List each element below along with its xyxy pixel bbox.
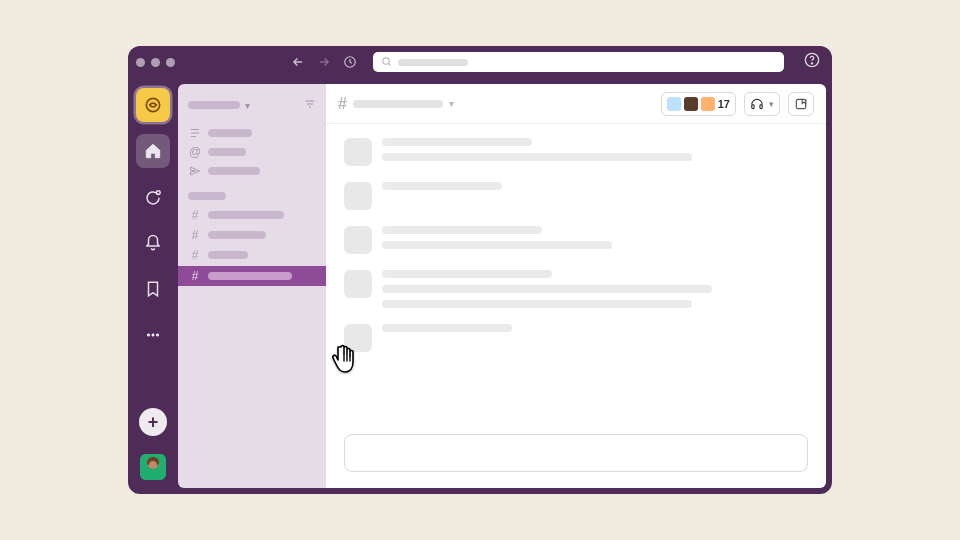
message-avatar xyxy=(344,270,372,298)
home-icon[interactable] xyxy=(136,134,170,168)
canvas-button[interactable] xyxy=(788,92,814,116)
hash-icon xyxy=(188,228,202,242)
help-icon[interactable] xyxy=(804,52,820,72)
hash-icon xyxy=(188,269,202,283)
mentions-icon: @ xyxy=(188,145,202,159)
forward-icon[interactable] xyxy=(317,55,331,69)
sidebar-item-label xyxy=(208,272,292,280)
sidebar-nav-item[interactable] xyxy=(178,124,326,142)
sidebar-channel-item[interactable] xyxy=(178,245,326,265)
channel-sidebar: ▾ @ xyxy=(178,84,326,488)
channel-name-button[interactable]: # ▾ xyxy=(338,95,454,113)
channels-section-label[interactable] xyxy=(188,192,226,200)
message-item xyxy=(344,324,808,352)
workspace-name[interactable] xyxy=(188,101,240,109)
message-item xyxy=(344,138,808,166)
window-controls[interactable] xyxy=(136,58,175,67)
workspace-rail: + xyxy=(128,78,178,494)
member-count: 17 xyxy=(718,98,730,110)
channel-name xyxy=(353,100,443,108)
svg-point-6 xyxy=(147,334,149,336)
message-avatar xyxy=(344,226,372,254)
message-text xyxy=(382,270,552,278)
threads-icon xyxy=(188,127,202,139)
message-text xyxy=(382,241,612,249)
sidebar-nav-item[interactable] xyxy=(178,162,326,180)
search-placeholder xyxy=(398,59,468,66)
message-avatar xyxy=(344,182,372,210)
message-text xyxy=(382,138,532,146)
message-text xyxy=(382,285,712,293)
drafts-icon xyxy=(188,165,202,177)
more-icon[interactable] xyxy=(136,318,170,352)
message-avatar xyxy=(344,138,372,166)
hash-icon xyxy=(188,248,202,262)
sidebar-channel-item[interactable] xyxy=(178,266,326,286)
chevron-down-icon: ▾ xyxy=(245,100,250,111)
sidebar-item-label xyxy=(208,231,266,239)
message-text xyxy=(382,300,692,308)
huddle-button[interactable]: ▾ xyxy=(744,92,780,116)
main-content: # ▾ 17 ▾ xyxy=(326,84,826,488)
search-icon xyxy=(381,53,392,71)
message-text xyxy=(382,153,692,161)
close-icon[interactable] xyxy=(136,58,145,67)
message-item xyxy=(344,226,808,254)
svg-point-3 xyxy=(811,63,812,64)
dm-icon[interactable] xyxy=(136,180,170,214)
sidebar-item-label xyxy=(208,167,260,175)
message-item xyxy=(344,182,808,210)
channel-members-button[interactable]: 17 xyxy=(661,92,736,116)
minimize-icon[interactable] xyxy=(151,58,160,67)
message-text xyxy=(382,324,512,332)
svg-point-7 xyxy=(152,334,154,336)
notifications-icon[interactable] xyxy=(136,226,170,260)
sidebar-nav-item[interactable]: @ xyxy=(178,142,326,162)
svg-point-5 xyxy=(156,191,160,195)
search-input[interactable] xyxy=(373,52,784,72)
history-icon[interactable] xyxy=(343,55,357,69)
message-text xyxy=(382,226,542,234)
sidebar-item-label xyxy=(208,211,284,219)
workspace-switcher[interactable] xyxy=(136,88,170,122)
sidebar-item-label xyxy=(208,148,246,156)
sidebar-item-label xyxy=(208,129,252,137)
filter-icon[interactable] xyxy=(304,96,316,114)
message-item xyxy=(344,270,808,308)
message-text xyxy=(382,182,502,190)
svg-point-1 xyxy=(383,58,389,64)
member-avatar xyxy=(667,97,681,111)
sidebar-item-label xyxy=(208,251,248,259)
chevron-down-icon: ▾ xyxy=(769,99,774,109)
message-list xyxy=(326,124,826,428)
chevron-down-icon: ▾ xyxy=(449,98,454,109)
svg-rect-13 xyxy=(796,99,805,108)
member-avatar xyxy=(701,97,715,111)
sidebar-channel-item[interactable] xyxy=(178,225,326,245)
svg-rect-11 xyxy=(752,104,754,108)
maximize-icon[interactable] xyxy=(166,58,175,67)
message-composer[interactable] xyxy=(344,434,808,472)
svg-rect-12 xyxy=(760,104,762,108)
titlebar xyxy=(128,46,832,78)
user-avatar[interactable] xyxy=(140,454,166,480)
channel-header: # ▾ 17 ▾ xyxy=(326,84,826,124)
hash-icon xyxy=(188,208,202,222)
app-window: + ▾ @ # xyxy=(128,46,832,494)
message-avatar xyxy=(344,324,372,352)
back-icon[interactable] xyxy=(291,55,305,69)
hash-icon: # xyxy=(338,95,347,113)
add-workspace-button[interactable]: + xyxy=(139,408,167,436)
member-avatar xyxy=(684,97,698,111)
svg-point-8 xyxy=(156,334,158,336)
sidebar-channel-item[interactable] xyxy=(178,205,326,225)
svg-point-4 xyxy=(146,98,159,111)
bookmark-icon[interactable] xyxy=(136,272,170,306)
